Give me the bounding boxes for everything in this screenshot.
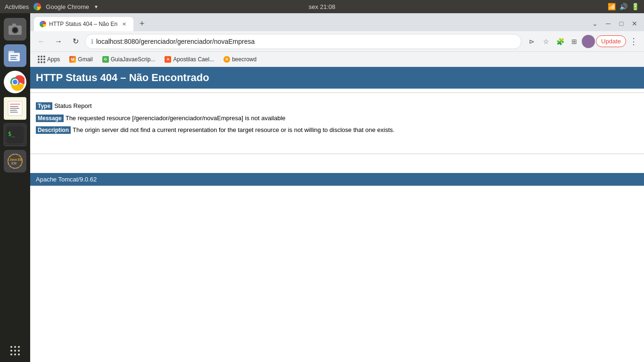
show-apps-button[interactable] [9, 345, 21, 356]
type-badge: Type [36, 102, 52, 110]
apps-bookmark-label: Apps [47, 56, 60, 63]
bookmark-guia[interactable]: G GuiaJavaeScrip... [99, 54, 159, 65]
message-value: The requested resource [/gerenciador/ger… [66, 115, 286, 122]
svg-rect-8 [10, 55, 18, 56]
svg-rect-9 [10, 57, 16, 58]
extensions-button[interactable]: 🧩 [553, 35, 567, 48]
apostilas-bookmark-label: Apostilas Cael... [173, 56, 214, 63]
wifi-icon: 📶 [608, 3, 616, 10]
browser-tab-active[interactable]: HTTP Status 404 – Não En ✕ [34, 17, 133, 31]
bookmark-apps[interactable]: Apps [34, 54, 64, 65]
navigation-bar: ← → ↻ ℹ localhost:8080/gerenciador/geren… [30, 31, 644, 52]
activities-button[interactable]: Activities [5, 3, 29, 10]
top-bar-left: Activities Google Chrome ▼ [5, 3, 99, 10]
reload-button[interactable]: ↻ [68, 34, 83, 49]
page-content: HTTP Status 404 – Não Encontrado TypeSta… [30, 67, 644, 362]
svg-rect-18 [10, 106, 18, 107]
message-row: MessageThe requested resource [/gerencia… [36, 114, 638, 123]
guia-bookmark-label: GuiaJavaeScrip... [111, 56, 156, 63]
error-footer: Apache Tomcat/9.0.62 [30, 173, 644, 186]
battery-icon: 🔋 [631, 3, 639, 10]
svg-point-31 [18, 346, 20, 348]
application-dock: $_ Java EE IDE [0, 13, 30, 362]
tab-close-button[interactable]: ✕ [120, 20, 128, 28]
svg-text:Java EE: Java EE [9, 158, 22, 161]
maximize-button[interactable]: □ [616, 18, 627, 29]
gmail-favicon-icon: M [69, 56, 76, 63]
svg-point-35 [10, 354, 12, 355]
address-bar[interactable]: ℹ localhost:8080/gerenciador/gerenciador… [85, 34, 521, 49]
svg-point-32 [10, 350, 12, 352]
description-row: DescriptionThe origin server did not fin… [36, 125, 638, 135]
svg-text:IDE: IDE [11, 162, 17, 165]
toolbar-actions: ⊳ ☆ 🧩 ⊞ Update ⋮ [525, 35, 640, 48]
error-title: HTTP Status 404 – Não Encontrado [30, 67, 644, 89]
svg-rect-10 [10, 59, 17, 60]
svg-rect-17 [10, 104, 20, 105]
tab-title: HTTP Status 404 – Não En [49, 21, 117, 27]
address-text: localhost:8080/gerenciador/gerenciador/n… [96, 38, 255, 45]
bookmark-beecrowd[interactable]: B beecrowd [220, 54, 260, 65]
user-avatar[interactable] [582, 35, 595, 48]
svg-point-3 [13, 28, 17, 33]
back-button[interactable]: ← [34, 34, 49, 49]
cast-button[interactable]: ⊳ [525, 35, 538, 48]
svg-rect-4 [12, 24, 16, 26]
dock-files[interactable] [4, 44, 26, 67]
guia-favicon-icon: G [102, 56, 109, 63]
type-value: Status Report [54, 102, 92, 109]
svg-rect-19 [10, 108, 19, 109]
apostilas-favicon-icon: A [165, 56, 171, 63]
sound-icon: 🔊 [619, 3, 627, 10]
profile-switcher[interactable]: ⊞ [568, 35, 581, 48]
description-badge: Description [36, 126, 71, 134]
svg-point-34 [18, 350, 20, 352]
chrome-menu-button[interactable]: ⋮ [627, 35, 640, 48]
dock-terminal[interactable]: $_ [4, 123, 26, 146]
update-button[interactable]: Update [596, 35, 626, 47]
beecrowd-favicon-icon: B [223, 56, 230, 63]
dock-javaee-ide[interactable]: Java EE IDE [4, 150, 26, 173]
divider-2 [30, 154, 644, 154]
bookmark-gmail[interactable]: M Gmail [66, 54, 96, 65]
svg-rect-20 [10, 110, 17, 111]
bookmark-button[interactable]: ☆ [539, 35, 553, 48]
tab-favicon-icon [40, 21, 46, 27]
app-menu-chevron[interactable]: ▼ [94, 4, 99, 9]
dock-chrome[interactable] [4, 71, 26, 93]
bookmark-apostilas[interactable]: A Apostilas Cael... [161, 54, 218, 65]
apps-grid-icon [38, 56, 45, 63]
beecrowd-bookmark-label: beecrowd [232, 56, 256, 63]
svg-rect-21 [10, 112, 18, 113]
chrome-indicator-icon [33, 3, 41, 10]
svg-point-33 [14, 350, 16, 352]
svg-point-30 [14, 346, 16, 348]
tab-bar: HTTP Status 404 – Não En ✕ + ⌄ ─ □ ✕ [30, 13, 644, 31]
error-body: TypeStatus Report MessageThe requested r… [30, 97, 644, 140]
forward-button[interactable]: → [51, 34, 66, 49]
svg-point-14 [13, 80, 17, 84]
system-tray: 📶 🔊 🔋 [608, 3, 639, 10]
new-tab-button[interactable]: + [135, 17, 149, 30]
bookmarks-bar: Apps M Gmail G GuiaJavaeScrip... A Apost… [30, 52, 644, 67]
message-badge: Message [36, 115, 64, 122]
close-window-button[interactable]: ✕ [629, 18, 640, 29]
dock-camera[interactable] [4, 18, 26, 41]
security-icon: ℹ [91, 38, 93, 45]
minimize-button[interactable]: ─ [603, 18, 614, 29]
app-name-label: Google Chrome [46, 3, 89, 10]
gmail-bookmark-label: Gmail [78, 56, 92, 63]
description-value: The origin server did not find a current… [73, 126, 395, 133]
svg-rect-7 [8, 51, 14, 54]
tab-search-button[interactable]: ⌄ [589, 18, 601, 29]
tab-bar-controls: ⌄ ─ □ ✕ [589, 18, 640, 29]
svg-point-37 [18, 354, 20, 355]
datetime-label: sex 21:08 [309, 3, 335, 10]
type-row: TypeStatus Report [36, 101, 638, 111]
dock-text-editor[interactable] [4, 97, 26, 120]
divider-1 [30, 92, 644, 93]
svg-point-29 [10, 346, 12, 348]
system-top-bar: Activities Google Chrome ▼ sex 21:08 📶 🔊… [0, 0, 644, 13]
svg-text:$_: $_ [8, 131, 15, 137]
browser-window: HTTP Status 404 – Não En ✕ + ⌄ ─ □ ✕ ← →… [30, 13, 644, 362]
